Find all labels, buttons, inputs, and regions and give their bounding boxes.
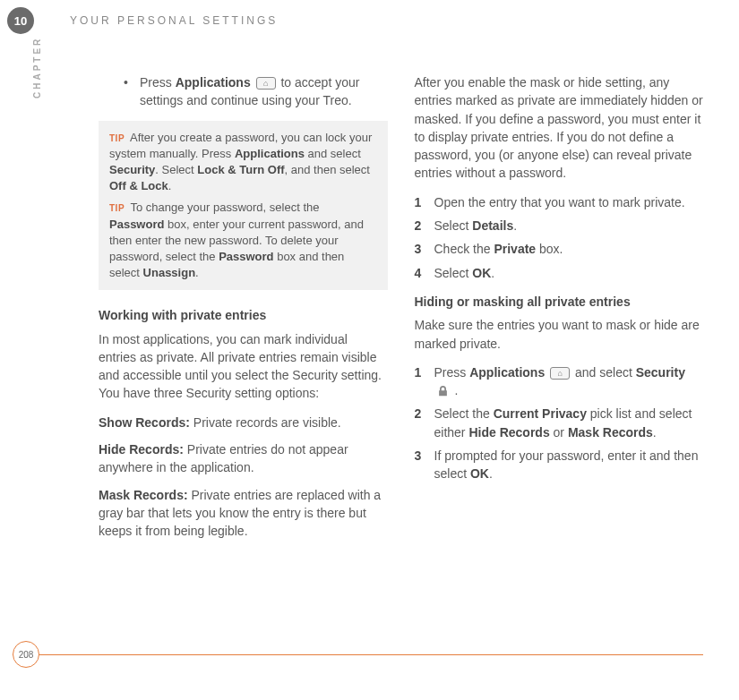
tip-2: TIP To change your password, select the … — [109, 200, 377, 281]
tip-label: TIP — [109, 203, 125, 213]
content-area: • Press Applications to accept your sett… — [99, 73, 703, 619]
step-number: 3 — [415, 240, 434, 258]
numbered-list-a: 1 Open the entry that you want to mark p… — [415, 193, 704, 282]
paragraph: Make sure the entries you want to mask o… — [415, 316, 704, 353]
step-text: Open the entry that you want to mark pri… — [434, 193, 685, 211]
numbered-list-b: 1 Press Applications and select Security… — [415, 363, 704, 483]
list-item: 1 Open the entry that you want to mark p… — [415, 193, 704, 211]
tip-label: TIP — [109, 133, 125, 143]
chapter-label: CHAPTER — [32, 37, 42, 98]
step-text: Select OK. — [434, 264, 495, 282]
step-number: 1 — [415, 363, 434, 400]
bullet-text: Press Applications to accept your settin… — [140, 73, 388, 110]
chapter-number-badge: 10 — [7, 7, 34, 34]
list-item: 4 Select OK. — [415, 264, 704, 282]
step-number: 1 — [415, 193, 434, 211]
right-column: After you enable the mask or hide settin… — [415, 73, 704, 619]
step-text: Select the Current Privacy pick list and… — [434, 405, 704, 441]
step-number: 2 — [415, 405, 434, 441]
definition-show: Show Records: Private records are visibl… — [99, 414, 388, 431]
tip-box: TIP After you create a password, you can… — [99, 121, 388, 291]
step-number: 3 — [415, 447, 434, 483]
definition-hide: Hide Records: Private entries do not app… — [99, 440, 388, 477]
footer-divider — [13, 654, 703, 655]
list-item: 3 If prompted for your password, enter i… — [415, 447, 704, 483]
page-number: 208 — [19, 650, 34, 660]
step-text: Select Details. — [434, 217, 518, 235]
left-column: • Press Applications to accept your sett… — [99, 73, 388, 619]
lock-icon — [436, 385, 450, 397]
definition-mask: Mask Records: Private entries are replac… — [99, 486, 388, 541]
chapter-number: 10 — [14, 14, 27, 28]
applications-icon — [256, 77, 276, 90]
paragraph: In most applications, you can mark indiv… — [99, 330, 388, 403]
header-title: YOUR PERSONAL SETTINGS — [70, 14, 278, 27]
intro-paragraph: After you enable the mask or hide settin… — [415, 73, 704, 183]
list-item: 3 Check the Private box. — [415, 240, 704, 258]
step-number: 4 — [415, 264, 434, 282]
page-number-badge: 208 — [13, 641, 39, 668]
step-text: If prompted for your password, enter it … — [434, 447, 704, 483]
tip-1: TIP After you create a password, you can… — [109, 130, 377, 195]
bullet-dot: • — [124, 73, 140, 110]
list-item: 2 Select the Current Privacy pick list a… — [415, 405, 704, 441]
applications-icon — [550, 367, 570, 380]
list-item: 1 Press Applications and select Security… — [415, 363, 704, 400]
step-number: 2 — [415, 217, 434, 235]
step-text: Check the Private box. — [434, 240, 563, 258]
section-heading: Working with private entries — [99, 306, 388, 324]
section-heading: Hiding or masking all private entries — [415, 293, 704, 311]
bullet-item: • Press Applications to accept your sett… — [99, 73, 388, 110]
list-item: 2 Select Details. — [415, 217, 704, 235]
step-text: Press Applications and select Security . — [434, 363, 704, 400]
